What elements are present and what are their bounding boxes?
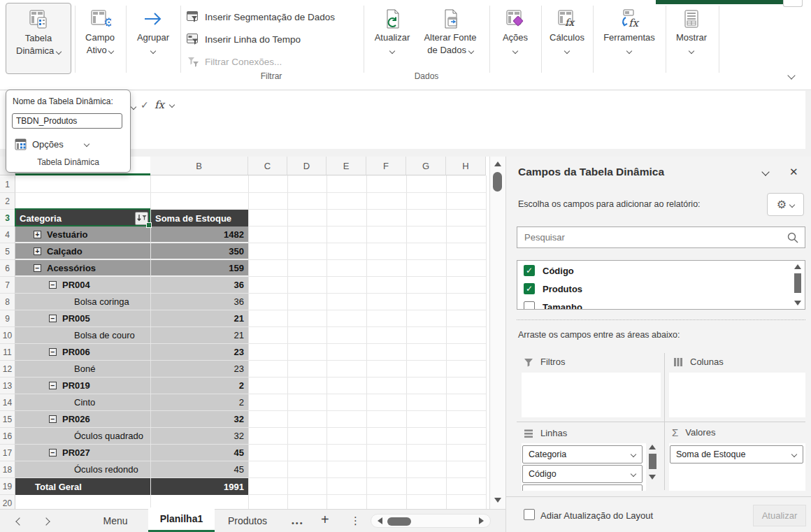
row-header-1[interactable]: 1 <box>0 176 15 193</box>
pivot-value-cell[interactable]: 21 <box>151 327 248 344</box>
pivot-row-label-cell[interactable]: −PR026 <box>15 411 150 428</box>
change-data-source-button[interactable]: Alterar Fonte de Dados <box>418 3 482 74</box>
actions-button[interactable]: Ações <box>494 3 537 74</box>
sheet-tab-planilha1[interactable]: Planilha1 <box>148 508 215 532</box>
pivot-value-cell[interactable]: 36 <box>151 277 248 294</box>
field-checkbox[interactable]: ✓ <box>524 265 535 276</box>
defer-layout-checkbox[interactable] <box>524 509 535 520</box>
sheet-tab-produtos[interactable]: Produtos <box>215 509 280 532</box>
show-button[interactable]: Mostrar <box>669 3 714 74</box>
pivot-value-cell[interactable]: 1482 <box>151 227 248 243</box>
row-field-pill-partial[interactable] <box>522 484 643 491</box>
row-header-14[interactable]: 14 <box>0 394 15 411</box>
pivot-value-cell[interactable]: 45 <box>151 445 248 461</box>
row-header-12[interactable]: 12 <box>0 361 15 378</box>
pivot-row-label-cell[interactable]: −PR027 <box>15 445 150 461</box>
pivot-value-cell[interactable]: 45 <box>151 461 248 478</box>
fields-settings-button[interactable]: ⚙ <box>767 193 804 216</box>
field-list-item[interactable]: ✓Código <box>517 264 790 281</box>
options-button[interactable]: Opções <box>15 136 120 152</box>
scroll-up-icon[interactable] <box>649 445 656 450</box>
row-header-13[interactable]: 13 <box>0 378 15 394</box>
grid-vertical-scrollbar[interactable] <box>489 157 505 509</box>
pivot-value-cell[interactable]: 32 <box>151 428 248 445</box>
selection-fill-handle[interactable] <box>146 222 152 228</box>
columns-drop-zone[interactable] <box>669 373 805 417</box>
field-checkbox[interactable]: ✓ <box>524 283 535 294</box>
calculations-button[interactable]: fx Cálculos <box>545 3 589 74</box>
prev-sheet-icon[interactable] <box>15 517 23 525</box>
field-list-item[interactable]: ✓Produtos <box>517 282 790 299</box>
column-header-D[interactable]: D <box>287 157 326 175</box>
rows-drop-zone[interactable]: CategoriaCódigo <box>522 443 646 491</box>
insert-function-icon[interactable]: fx <box>155 99 164 111</box>
pivot-value-cell[interactable]: 21 <box>151 310 248 327</box>
filters-drop-zone[interactable] <box>522 373 661 417</box>
pivot-row-label-cell[interactable]: +Calçado <box>15 243 150 260</box>
update-button[interactable]: Atualizar <box>753 505 806 526</box>
sheet-menu-kebab-icon[interactable]: ⋮ <box>350 515 361 527</box>
expand-collapse-button[interactable]: − <box>49 348 57 356</box>
scroll-up-icon[interactable] <box>494 161 501 166</box>
row-header-17[interactable]: 17 <box>0 445 15 461</box>
expand-collapse-button[interactable]: − <box>49 449 57 456</box>
scrollbar-thumb[interactable] <box>387 517 411 526</box>
close-panel-icon[interactable]: ✕ <box>789 166 798 178</box>
row-header-2[interactable]: 2 <box>0 193 15 210</box>
row-header-16[interactable]: 16 <box>0 428 15 445</box>
more-sheets-icon[interactable]: ••• <box>292 519 304 527</box>
fields-search-box[interactable]: Pesquisar <box>517 227 805 248</box>
row-header-5[interactable]: 5 <box>0 243 15 260</box>
pivot-row-label-cell[interactable]: +Vestuário <box>15 227 150 243</box>
expand-collapse-button[interactable]: − <box>49 315 57 322</box>
expand-collapse-button[interactable]: − <box>49 382 57 389</box>
column-header-H[interactable]: H <box>446 157 486 175</box>
pivot-row-label-cell[interactable]: −PR005 <box>15 310 150 327</box>
pivot-value-cell[interactable]: 36 <box>151 294 248 310</box>
pivot-row-label-cell[interactable]: Total Geral <box>15 478 150 495</box>
row-header-8[interactable]: 8 <box>0 294 15 310</box>
row-header-11[interactable]: 11 <box>0 344 15 361</box>
insert-slicer-button[interactable]: Inserir Segmentação de Dados <box>186 8 335 25</box>
pivot-value-cell[interactable]: 350 <box>151 243 248 260</box>
expand-collapse-button[interactable]: + <box>34 247 41 255</box>
row-header-15[interactable]: 15 <box>0 411 15 428</box>
fields-list-scrollbar[interactable] <box>791 261 804 310</box>
row-header-18[interactable]: 18 <box>0 461 15 478</box>
pivot-row-label-cell[interactable]: −Acessórios <box>15 260 150 277</box>
chevron-down-icon[interactable] <box>631 452 636 457</box>
sheet-tab-menu[interactable]: Menu <box>82 509 148 532</box>
pivot-value-cell[interactable]: 2 <box>151 394 248 411</box>
row-header-10[interactable]: 10 <box>0 327 15 344</box>
pivot-value-cell[interactable]: 23 <box>151 344 248 361</box>
column-header-B[interactable]: B <box>150 157 248 175</box>
scrollbar-thumb[interactable] <box>794 273 801 293</box>
pivot-value-cell[interactable]: 23 <box>151 361 248 378</box>
name-box-chevron-icon[interactable] <box>131 104 136 110</box>
row-header-7[interactable]: 7 <box>0 277 15 294</box>
pivot-row-label-cell[interactable]: Bolsa de couro <box>15 327 150 344</box>
field-list-item[interactable]: Tamanho <box>517 300 790 310</box>
pivot-row-label-cell[interactable]: Boné <box>15 361 150 378</box>
fx-chevron-icon[interactable] <box>169 102 175 108</box>
pivot-table-button[interactable]: Tabela Dinâmica <box>6 3 71 74</box>
scroll-right-icon[interactable] <box>479 517 484 524</box>
expand-collapse-button[interactable]: + <box>34 231 41 238</box>
pivot-name-input[interactable] <box>12 113 122 129</box>
pivot-row-label-cell[interactable]: Óculos quadrado <box>15 428 150 445</box>
refresh-button[interactable]: Atualizar <box>369 3 415 74</box>
rows-zone-scrollbar[interactable] <box>647 444 657 490</box>
values-drop-zone[interactable]: Soma de Estoque <box>669 443 805 491</box>
pivot-value-cell[interactable]: 159 <box>151 260 248 277</box>
horizontal-scrollbar[interactable] <box>371 514 491 528</box>
pivot-value-cell[interactable]: 2 <box>151 378 248 394</box>
row-field-pill[interactable]: Categoria <box>522 445 643 463</box>
scroll-up-icon[interactable] <box>794 264 801 269</box>
scrollbar-thumb[interactable] <box>649 454 656 469</box>
chevron-down-icon[interactable] <box>631 471 636 477</box>
scroll-down-icon[interactable] <box>494 498 501 503</box>
column-header-F[interactable]: F <box>366 157 406 175</box>
column-header-G[interactable]: G <box>406 157 446 175</box>
row-header-9[interactable]: 9 <box>0 310 15 327</box>
collapse-ribbon-icon[interactable] <box>787 71 795 79</box>
